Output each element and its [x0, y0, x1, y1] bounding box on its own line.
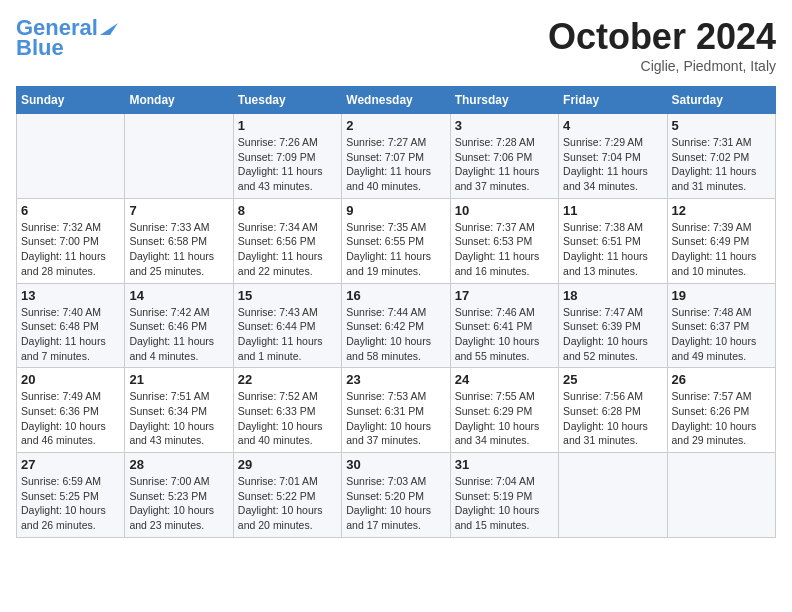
weekday-header-thursday: Thursday — [450, 87, 558, 114]
calendar-cell: 14Sunrise: 7:42 AMSunset: 6:46 PMDayligh… — [125, 283, 233, 368]
calendar-cell: 11Sunrise: 7:38 AMSunset: 6:51 PMDayligh… — [559, 198, 667, 283]
calendar-cell: 10Sunrise: 7:37 AMSunset: 6:53 PMDayligh… — [450, 198, 558, 283]
cell-info: Sunrise: 7:48 AMSunset: 6:37 PMDaylight:… — [672, 305, 771, 364]
cell-info: Sunrise: 7:39 AMSunset: 6:49 PMDaylight:… — [672, 220, 771, 279]
day-number: 31 — [455, 457, 554, 472]
day-number: 10 — [455, 203, 554, 218]
weekday-header-tuesday: Tuesday — [233, 87, 341, 114]
calendar-cell: 9Sunrise: 7:35 AMSunset: 6:55 PMDaylight… — [342, 198, 450, 283]
weekday-header-saturday: Saturday — [667, 87, 775, 114]
day-number: 1 — [238, 118, 337, 133]
calendar-cell: 28Sunrise: 7:00 AMSunset: 5:23 PMDayligh… — [125, 453, 233, 538]
logo-text-blue: Blue — [16, 36, 64, 60]
day-number: 8 — [238, 203, 337, 218]
cell-info: Sunrise: 7:29 AMSunset: 7:04 PMDaylight:… — [563, 135, 662, 194]
calendar-cell: 16Sunrise: 7:44 AMSunset: 6:42 PMDayligh… — [342, 283, 450, 368]
cell-info: Sunrise: 7:32 AMSunset: 7:00 PMDaylight:… — [21, 220, 120, 279]
title-area: October 2024 Ciglie, Piedmont, Italy — [548, 16, 776, 74]
calendar-cell: 22Sunrise: 7:52 AMSunset: 6:33 PMDayligh… — [233, 368, 341, 453]
calendar-table: SundayMondayTuesdayWednesdayThursdayFrid… — [16, 86, 776, 538]
logo-bird-icon — [100, 15, 118, 35]
day-number: 25 — [563, 372, 662, 387]
day-number: 23 — [346, 372, 445, 387]
calendar-cell: 6Sunrise: 7:32 AMSunset: 7:00 PMDaylight… — [17, 198, 125, 283]
calendar-cell: 31Sunrise: 7:04 AMSunset: 5:19 PMDayligh… — [450, 453, 558, 538]
cell-info: Sunrise: 7:26 AMSunset: 7:09 PMDaylight:… — [238, 135, 337, 194]
cell-info: Sunrise: 7:52 AMSunset: 6:33 PMDaylight:… — [238, 389, 337, 448]
cell-info: Sunrise: 7:00 AMSunset: 5:23 PMDaylight:… — [129, 474, 228, 533]
cell-info: Sunrise: 7:46 AMSunset: 6:41 PMDaylight:… — [455, 305, 554, 364]
cell-info: Sunrise: 7:03 AMSunset: 5:20 PMDaylight:… — [346, 474, 445, 533]
day-number: 13 — [21, 288, 120, 303]
cell-info: Sunrise: 7:42 AMSunset: 6:46 PMDaylight:… — [129, 305, 228, 364]
day-number: 28 — [129, 457, 228, 472]
day-number: 22 — [238, 372, 337, 387]
weekday-header-wednesday: Wednesday — [342, 87, 450, 114]
cell-info: Sunrise: 7:44 AMSunset: 6:42 PMDaylight:… — [346, 305, 445, 364]
cell-info: Sunrise: 7:01 AMSunset: 5:22 PMDaylight:… — [238, 474, 337, 533]
day-number: 6 — [21, 203, 120, 218]
calendar-cell: 17Sunrise: 7:46 AMSunset: 6:41 PMDayligh… — [450, 283, 558, 368]
cell-info: Sunrise: 7:37 AMSunset: 6:53 PMDaylight:… — [455, 220, 554, 279]
day-number: 14 — [129, 288, 228, 303]
calendar-cell: 20Sunrise: 7:49 AMSunset: 6:36 PMDayligh… — [17, 368, 125, 453]
calendar-cell — [667, 453, 775, 538]
calendar-cell: 26Sunrise: 7:57 AMSunset: 6:26 PMDayligh… — [667, 368, 775, 453]
calendar-cell: 5Sunrise: 7:31 AMSunset: 7:02 PMDaylight… — [667, 114, 775, 199]
calendar-cell: 12Sunrise: 7:39 AMSunset: 6:49 PMDayligh… — [667, 198, 775, 283]
calendar-cell: 4Sunrise: 7:29 AMSunset: 7:04 PMDaylight… — [559, 114, 667, 199]
calendar-cell — [17, 114, 125, 199]
cell-info: Sunrise: 7:38 AMSunset: 6:51 PMDaylight:… — [563, 220, 662, 279]
logo: General Blue — [16, 16, 118, 60]
day-number: 4 — [563, 118, 662, 133]
month-title: October 2024 — [548, 16, 776, 58]
day-number: 9 — [346, 203, 445, 218]
day-number: 27 — [21, 457, 120, 472]
calendar-cell: 3Sunrise: 7:28 AMSunset: 7:06 PMDaylight… — [450, 114, 558, 199]
svg-marker-0 — [100, 23, 118, 35]
cell-info: Sunrise: 7:55 AMSunset: 6:29 PMDaylight:… — [455, 389, 554, 448]
day-number: 19 — [672, 288, 771, 303]
cell-info: Sunrise: 7:51 AMSunset: 6:34 PMDaylight:… — [129, 389, 228, 448]
cell-info: Sunrise: 7:43 AMSunset: 6:44 PMDaylight:… — [238, 305, 337, 364]
cell-info: Sunrise: 7:31 AMSunset: 7:02 PMDaylight:… — [672, 135, 771, 194]
weekday-header-sunday: Sunday — [17, 87, 125, 114]
weekday-header-friday: Friday — [559, 87, 667, 114]
day-number: 2 — [346, 118, 445, 133]
calendar-cell: 2Sunrise: 7:27 AMSunset: 7:07 PMDaylight… — [342, 114, 450, 199]
calendar-cell: 21Sunrise: 7:51 AMSunset: 6:34 PMDayligh… — [125, 368, 233, 453]
page-header: General Blue October 2024 Ciglie, Piedmo… — [16, 16, 776, 74]
calendar-cell: 15Sunrise: 7:43 AMSunset: 6:44 PMDayligh… — [233, 283, 341, 368]
calendar-cell: 23Sunrise: 7:53 AMSunset: 6:31 PMDayligh… — [342, 368, 450, 453]
calendar-cell: 27Sunrise: 6:59 AMSunset: 5:25 PMDayligh… — [17, 453, 125, 538]
cell-info: Sunrise: 7:47 AMSunset: 6:39 PMDaylight:… — [563, 305, 662, 364]
calendar-cell: 29Sunrise: 7:01 AMSunset: 5:22 PMDayligh… — [233, 453, 341, 538]
day-number: 12 — [672, 203, 771, 218]
calendar-cell: 19Sunrise: 7:48 AMSunset: 6:37 PMDayligh… — [667, 283, 775, 368]
cell-info: Sunrise: 7:27 AMSunset: 7:07 PMDaylight:… — [346, 135, 445, 194]
day-number: 16 — [346, 288, 445, 303]
cell-info: Sunrise: 7:53 AMSunset: 6:31 PMDaylight:… — [346, 389, 445, 448]
cell-info: Sunrise: 7:04 AMSunset: 5:19 PMDaylight:… — [455, 474, 554, 533]
calendar-cell: 30Sunrise: 7:03 AMSunset: 5:20 PMDayligh… — [342, 453, 450, 538]
day-number: 11 — [563, 203, 662, 218]
cell-info: Sunrise: 7:34 AMSunset: 6:56 PMDaylight:… — [238, 220, 337, 279]
day-number: 7 — [129, 203, 228, 218]
day-number: 18 — [563, 288, 662, 303]
day-number: 17 — [455, 288, 554, 303]
weekday-header-monday: Monday — [125, 87, 233, 114]
calendar-cell: 1Sunrise: 7:26 AMSunset: 7:09 PMDaylight… — [233, 114, 341, 199]
calendar-cell: 7Sunrise: 7:33 AMSunset: 6:58 PMDaylight… — [125, 198, 233, 283]
calendar-cell: 25Sunrise: 7:56 AMSunset: 6:28 PMDayligh… — [559, 368, 667, 453]
cell-info: Sunrise: 7:40 AMSunset: 6:48 PMDaylight:… — [21, 305, 120, 364]
location: Ciglie, Piedmont, Italy — [548, 58, 776, 74]
day-number: 15 — [238, 288, 337, 303]
day-number: 24 — [455, 372, 554, 387]
cell-info: Sunrise: 7:57 AMSunset: 6:26 PMDaylight:… — [672, 389, 771, 448]
cell-info: Sunrise: 7:33 AMSunset: 6:58 PMDaylight:… — [129, 220, 228, 279]
calendar-cell: 13Sunrise: 7:40 AMSunset: 6:48 PMDayligh… — [17, 283, 125, 368]
day-number: 26 — [672, 372, 771, 387]
calendar-cell — [125, 114, 233, 199]
day-number: 5 — [672, 118, 771, 133]
cell-info: Sunrise: 7:35 AMSunset: 6:55 PMDaylight:… — [346, 220, 445, 279]
